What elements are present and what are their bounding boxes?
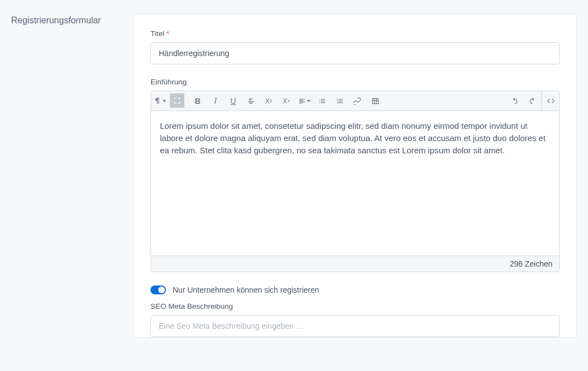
italic-icon[interactable]: I — [207, 91, 224, 111]
strikethrough-icon[interactable] — [242, 91, 260, 111]
table-icon[interactable] — [366, 91, 384, 111]
code-view-icon[interactable] — [541, 91, 559, 111]
title-input[interactable] — [150, 42, 560, 64]
fullscreen-icon[interactable] — [170, 93, 184, 108]
editor-toolbar: B I U X2 X× — [151, 91, 559, 111]
svg-rect-0 — [373, 98, 379, 103]
bold-icon[interactable]: B — [189, 91, 207, 111]
title-label-text: Titel — [150, 29, 164, 38]
redo-icon[interactable] — [524, 91, 541, 111]
title-field-group: Titel * — [150, 29, 560, 64]
paragraph-format-icon[interactable] — [151, 91, 169, 111]
link-icon[interactable] — [349, 91, 366, 111]
undo-icon[interactable] — [506, 91, 524, 111]
company-only-toggle-row: Nur Unternehmen können sich registrieren — [150, 285, 560, 294]
superscript-icon[interactable]: X2 — [260, 91, 278, 111]
title-label: Titel * — [150, 29, 560, 38]
richtext-editor: B I U X2 X× — [150, 91, 560, 272]
company-only-label: Nur Unternehmen können sich registrieren — [173, 285, 319, 294]
unordered-list-icon[interactable] — [313, 91, 331, 111]
intro-field-group: Einführung B I U — [150, 78, 560, 272]
required-mark: * — [167, 29, 169, 38]
char-counter: 296 Zeichen — [151, 255, 559, 272]
editor-content[interactable]: Lorem ipsum dolor sit amet, consetetur s… — [151, 111, 559, 255]
align-icon[interactable] — [295, 91, 313, 111]
underline-icon[interactable]: U — [224, 91, 242, 111]
ordered-list-icon[interactable] — [331, 91, 349, 111]
intro-label: Einführung — [150, 78, 560, 86]
clear-format-icon[interactable]: X× — [278, 91, 295, 111]
seo-input[interactable] — [150, 315, 560, 337]
seo-field-group: SEO Meta Beschreibung — [150, 302, 560, 337]
section-title: Registrierungsformular — [11, 13, 122, 338]
company-only-toggle[interactable] — [150, 285, 166, 294]
seo-label: SEO Meta Beschreibung — [150, 302, 560, 310]
form-card: Titel * Einführung B — [133, 13, 577, 338]
